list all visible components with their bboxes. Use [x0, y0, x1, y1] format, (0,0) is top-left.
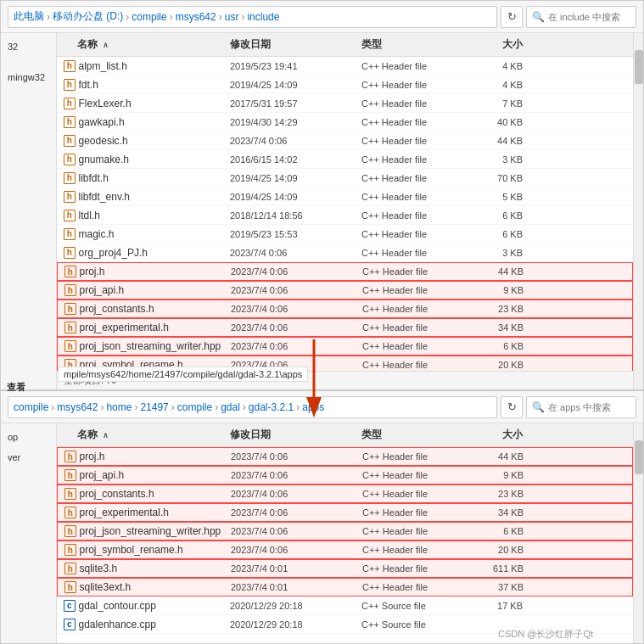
breadcrumb-pc[interactable]: 此电脑 [14, 9, 44, 24]
bottom-file-row[interactable]: h sqlite3ext.h 2023/7/4 0:01 C++ Header … [57, 578, 633, 596]
top-file-row[interactable]: h proj_experimental.h 2023/7/4 0:06 C++ … [57, 318, 633, 337]
top-file-row[interactable]: h proj_json_streaming_writer.hpp 2023/7/… [57, 337, 633, 356]
bottom-file-row[interactable]: h proj_json_streaming_writer.hpp 2023/7/… [57, 522, 633, 540]
top-file-row[interactable]: h alpm_list.h 2019/5/23 19:41 C++ Header… [57, 57, 633, 76]
bottom-col-header-name[interactable]: 名称 ∧ [60, 428, 230, 442]
bottom-search-input[interactable] [548, 402, 630, 412]
top-file-row[interactable]: h ltdl.h 2018/12/14 18:56 C++ Header fil… [57, 206, 633, 225]
bottom-file-row[interactable]: h proj.h 2023/7/4 0:06 C++ Header file 4… [57, 447, 633, 466]
top-file-row[interactable]: h gawkapi.h 2019/4/30 14:29 C++ Header f… [57, 113, 633, 132]
file-date: 2018/12/14 18:56 [230, 210, 361, 221]
file-type: C++ Header file [362, 285, 473, 295]
breadcrumb-include[interactable]: include [247, 11, 279, 23]
file-date: 2019/4/25 14:09 [230, 192, 361, 202]
file-date: 2023/7/4 0:06 [231, 341, 362, 351]
file-type: C++ Source file [361, 601, 472, 611]
top-file-row[interactable]: h gnumake.h 2016/6/15 14:02 C++ Header f… [57, 150, 633, 169]
top-file-row[interactable]: h proj.h 2023/7/4 0:06 C++ Header file 4… [57, 262, 633, 281]
breadcrumb-msys6422[interactable]: msys642 [57, 401, 98, 413]
top-scrollbar-thumb[interactable] [635, 50, 643, 84]
file-icon: h [64, 135, 76, 147]
bottom-search-box[interactable]: 🔍 [526, 396, 636, 418]
col-header-size[interactable]: 大小 [472, 37, 531, 52]
top-file-row[interactable]: h libfdt.h 2019/4/25 14:09 C++ Header fi… [57, 169, 633, 188]
breadcrumb-usr[interactable]: usr [225, 11, 239, 23]
bottom-file-list[interactable]: h proj.h 2023/7/4 0:06 C++ Header file 4… [57, 447, 633, 643]
file-size: 6 KB [473, 341, 532, 351]
bottom-refresh-button[interactable]: ↻ [501, 396, 523, 418]
top-file-row[interactable]: h magic.h 2019/5/23 15:53 C++ Header fil… [57, 225, 633, 244]
bottom-sidebar-ver[interactable]: ver [1, 447, 56, 468]
file-name: org_proj4_PJ.h [79, 247, 230, 259]
file-icon: h [64, 488, 76, 500]
file-name: proj_constants.h [80, 488, 231, 500]
breadcrumb-home[interactable]: home [106, 401, 132, 413]
top-file-row[interactable]: h org_proj4_PJ.h 2023/7/4 0:06 C++ Heade… [57, 244, 633, 262]
bottom-file-list-container: 名称 ∧ 修改日期 类型 大小 h proj.h 2023/7/4 0:06 C… [57, 423, 633, 643]
file-size: 44 KB [472, 136, 531, 146]
file-type: C++ Header file [361, 80, 472, 90]
top-scrollbar[interactable] [633, 33, 643, 389]
bottom-sidebar-op[interactable]: op [1, 427, 56, 447]
breadcrumb-gdal[interactable]: gdal [221, 401, 240, 413]
breadcrumb-drive[interactable]: 移动办公盘 (D:) [53, 9, 123, 24]
bottom-scrollbar-thumb[interactable] [635, 440, 643, 474]
file-name: proj_json_streaming_writer.hpp [80, 340, 231, 352]
file-icon: h [64, 544, 76, 556]
bottom-col-header-date[interactable]: 修改日期 [230, 428, 361, 442]
file-icon: h [64, 469, 76, 481]
bottom-file-row[interactable]: c gdal_contour.cpp 2020/12/29 20:18 C++ … [57, 596, 633, 615]
top-explorer-body: 32 mingw32 名称 ∧ 修改日期 类型 大小 h alpm_list.h [1, 33, 643, 389]
top-file-row[interactable]: h FlexLexer.h 2017/5/31 19:57 C++ Header… [57, 94, 633, 113]
file-name: proj_json_streaming_writer.hpp [80, 525, 231, 537]
watermark: CSDN @长沙红胖子Qt [498, 628, 593, 641]
bottom-file-row[interactable]: h sqlite3.h 2023/7/4 0:01 C++ Header fil… [57, 559, 633, 578]
sidebar-item-32[interactable]: 32 [1, 36, 56, 57]
top-file-list[interactable]: h alpm_list.h 2019/5/23 19:41 C++ Header… [57, 57, 633, 371]
file-icon: h [64, 266, 76, 277]
file-size: 37 KB [473, 582, 532, 592]
bottom-file-row[interactable]: h proj_experimental.h 2023/7/4 0:06 C++ … [57, 503, 633, 522]
file-type: C++ Header file [362, 507, 473, 518]
file-size: 6 KB [472, 229, 531, 239]
top-breadcrumb[interactable]: 此电脑 › 移动办公盘 (D:) › compile › msys642 › u… [8, 6, 497, 28]
file-size: 17 KB [472, 601, 531, 611]
col-header-type[interactable]: 类型 [361, 37, 472, 52]
bottom-file-row[interactable]: h proj_symbol_rename.h 2023/7/4 0:06 C++… [57, 540, 633, 559]
search-input[interactable] [548, 12, 630, 22]
breadcrumb-msys642[interactable]: msys642 [176, 11, 216, 23]
bottom-file-row[interactable]: h proj_constants.h 2023/7/4 0:06 C++ Hea… [57, 484, 633, 503]
breadcrumb-compile[interactable]: compile [132, 11, 166, 23]
file-icon: h [64, 525, 76, 537]
bottom-col-header-size[interactable]: 大小 [472, 428, 531, 442]
top-file-row[interactable]: h fdt.h 2019/4/25 14:09 C++ Header file … [57, 76, 633, 94]
bottom-breadcrumb[interactable]: compile › msys642 › home › 21497 › compi… [8, 396, 497, 418]
file-icon: h [64, 172, 76, 184]
bottom-search-icon: 🔍 [532, 401, 545, 413]
refresh-button[interactable]: ↻ [501, 6, 523, 28]
bottom-col-header-type[interactable]: 类型 [361, 428, 472, 442]
top-search-box[interactable]: 🔍 [526, 6, 636, 28]
bottom-file-row[interactable]: h proj_api.h 2023/7/4 0:06 C++ Header fi… [57, 466, 633, 484]
top-file-row[interactable]: h geodesic.h 2023/7/4 0:06 C++ Header fi… [57, 132, 633, 150]
top-address-bar: 此电脑 › 移动办公盘 (D:) › compile › msys642 › u… [1, 1, 643, 33]
file-type: C++ Header file [362, 360, 473, 370]
breadcrumb-apps[interactable]: apps [302, 401, 324, 413]
top-file-explorer: 此电脑 › 移动办公盘 (D:) › compile › msys642 › u… [0, 0, 644, 390]
top-file-row[interactable]: h proj_api.h 2023/7/4 0:06 C++ Header fi… [57, 281, 633, 300]
bottom-address-bar: compile › msys642 › home › 21497 › compi… [1, 391, 643, 423]
file-date: 2023/7/4 0:06 [231, 489, 362, 499]
file-icon: h [64, 303, 76, 315]
col-header-date[interactable]: 修改日期 [230, 37, 361, 52]
breadcrumb-compile3[interactable]: compile [177, 401, 212, 413]
bottom-scrollbar[interactable] [633, 423, 643, 643]
top-file-row[interactable]: h proj_constants.h 2023/7/4 0:06 C++ Hea… [57, 300, 633, 318]
sidebar-item-mingw32[interactable]: mingw32 [1, 67, 56, 87]
file-icon: h [64, 340, 76, 352]
breadcrumb-compile2[interactable]: compile [14, 401, 48, 413]
top-file-row[interactable]: h libfdt_env.h 2019/4/25 14:09 C++ Heade… [57, 188, 633, 206]
breadcrumb-gdal321[interactable]: gdal-3.2.1 [249, 401, 294, 413]
breadcrumb-21497[interactable]: 21497 [140, 401, 168, 413]
col-header-name[interactable]: 名称 ∧ [60, 37, 230, 52]
file-date: 2016/6/15 14:02 [230, 154, 361, 165]
